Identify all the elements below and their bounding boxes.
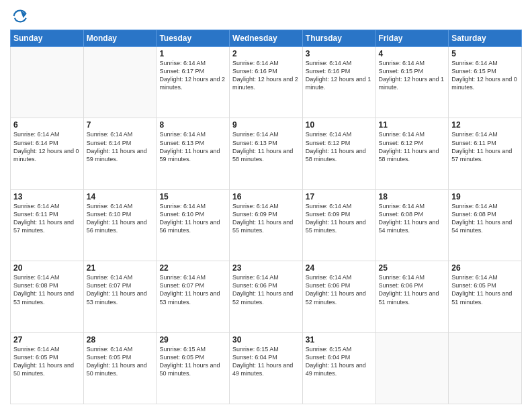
day-info: Sunrise: 6:14 AM Sunset: 6:09 PM Dayligh…	[306, 202, 373, 235]
calendar-cell: 4Sunrise: 6:14 AM Sunset: 6:15 PM Daylig…	[375, 47, 449, 118]
day-number: 27	[13, 335, 81, 345]
day-number: 12	[451, 120, 519, 130]
day-header-saturday: Saturday	[449, 30, 522, 47]
calendar-cell: 20Sunrise: 6:14 AM Sunset: 6:08 PM Dayli…	[11, 261, 84, 332]
day-number: 13	[13, 192, 81, 201]
day-info: Sunrise: 6:14 AM Sunset: 6:15 PM Dayligh…	[379, 59, 446, 92]
day-info: Sunrise: 6:14 AM Sunset: 6:09 PM Dayligh…	[232, 202, 300, 235]
calendar-cell: 28Sunrise: 6:14 AM Sunset: 6:05 PM Dayli…	[83, 332, 157, 404]
day-info: Sunrise: 6:14 AM Sunset: 6:05 PM Dayligh…	[87, 345, 154, 378]
calendar-cell: 24Sunrise: 6:14 AM Sunset: 6:06 PM Dayli…	[302, 261, 375, 332]
day-info: Sunrise: 6:14 AM Sunset: 6:08 PM Dayligh…	[13, 273, 81, 306]
page: SundayMondayTuesdayWednesdayThursdayFrid…	[0, 0, 532, 411]
day-info: Sunrise: 6:14 AM Sunset: 6:11 PM Dayligh…	[451, 130, 519, 163]
day-number: 23	[232, 263, 300, 273]
day-number: 5	[451, 49, 519, 58]
day-info: Sunrise: 6:15 AM Sunset: 6:05 PM Dayligh…	[159, 345, 226, 378]
calendar-cell	[11, 47, 84, 118]
day-number: 6	[13, 120, 81, 130]
day-info: Sunrise: 6:14 AM Sunset: 6:14 PM Dayligh…	[87, 130, 154, 163]
day-header-sunday: Sunday	[11, 30, 84, 47]
day-info: Sunrise: 6:14 AM Sunset: 6:07 PM Dayligh…	[87, 273, 154, 306]
calendar-cell: 3Sunrise: 6:14 AM Sunset: 6:16 PM Daylig…	[302, 47, 375, 118]
day-number: 4	[379, 49, 446, 58]
day-header-tuesday: Tuesday	[157, 30, 230, 47]
calendar-cell: 10Sunrise: 6:14 AM Sunset: 6:12 PM Dayli…	[302, 118, 375, 189]
day-number: 10	[306, 120, 373, 130]
day-number: 28	[87, 335, 154, 345]
day-number: 2	[232, 49, 300, 58]
day-number: 31	[306, 335, 373, 345]
day-number: 30	[232, 335, 300, 345]
calendar-cell: 27Sunrise: 6:14 AM Sunset: 6:05 PM Dayli…	[11, 332, 84, 404]
day-number: 19	[451, 192, 519, 201]
calendar-cell: 12Sunrise: 6:14 AM Sunset: 6:11 PM Dayli…	[449, 118, 522, 189]
day-number: 26	[451, 263, 519, 273]
calendar-cell: 14Sunrise: 6:14 AM Sunset: 6:10 PM Dayli…	[83, 189, 157, 261]
day-number: 8	[159, 120, 226, 130]
calendar-cell: 23Sunrise: 6:14 AM Sunset: 6:06 PM Dayli…	[230, 261, 303, 332]
calendar-week-row: 20Sunrise: 6:14 AM Sunset: 6:08 PM Dayli…	[11, 261, 522, 332]
day-info: Sunrise: 6:14 AM Sunset: 6:17 PM Dayligh…	[159, 59, 226, 92]
logo-icon	[10, 7, 29, 26]
day-info: Sunrise: 6:14 AM Sunset: 6:06 PM Dayligh…	[232, 273, 300, 306]
day-number: 9	[232, 120, 300, 130]
header	[10, 7, 522, 26]
calendar-cell: 22Sunrise: 6:14 AM Sunset: 6:07 PM Dayli…	[157, 261, 230, 332]
day-header-thursday: Thursday	[302, 30, 375, 47]
day-number: 20	[13, 263, 81, 273]
day-number: 18	[379, 192, 446, 201]
day-header-friday: Friday	[375, 30, 449, 47]
day-info: Sunrise: 6:14 AM Sunset: 6:14 PM Dayligh…	[13, 130, 81, 163]
calendar-cell: 26Sunrise: 6:14 AM Sunset: 6:05 PM Dayli…	[449, 261, 522, 332]
day-number: 25	[379, 263, 446, 273]
calendar-cell: 30Sunrise: 6:15 AM Sunset: 6:04 PM Dayli…	[230, 332, 303, 404]
calendar-cell: 19Sunrise: 6:14 AM Sunset: 6:08 PM Dayli…	[449, 189, 522, 261]
day-number: 1	[159, 49, 226, 58]
calendar-cell: 25Sunrise: 6:14 AM Sunset: 6:06 PM Dayli…	[375, 261, 449, 332]
calendar-cell: 31Sunrise: 6:15 AM Sunset: 6:04 PM Dayli…	[302, 332, 375, 404]
day-number: 15	[159, 192, 226, 201]
day-info: Sunrise: 6:14 AM Sunset: 6:10 PM Dayligh…	[87, 202, 154, 235]
day-info: Sunrise: 6:15 AM Sunset: 6:04 PM Dayligh…	[232, 345, 300, 378]
calendar-cell: 18Sunrise: 6:14 AM Sunset: 6:08 PM Dayli…	[375, 189, 449, 261]
calendar-cell: 16Sunrise: 6:14 AM Sunset: 6:09 PM Dayli…	[230, 189, 303, 261]
calendar-cell: 9Sunrise: 6:14 AM Sunset: 6:13 PM Daylig…	[230, 118, 303, 189]
day-info: Sunrise: 6:14 AM Sunset: 6:07 PM Dayligh…	[159, 273, 226, 306]
day-info: Sunrise: 6:14 AM Sunset: 6:06 PM Dayligh…	[379, 273, 446, 306]
day-info: Sunrise: 6:14 AM Sunset: 6:10 PM Dayligh…	[159, 202, 226, 235]
calendar-cell: 6Sunrise: 6:14 AM Sunset: 6:14 PM Daylig…	[11, 118, 84, 189]
calendar-cell	[449, 332, 522, 404]
calendar-week-row: 6Sunrise: 6:14 AM Sunset: 6:14 PM Daylig…	[11, 118, 522, 189]
day-number: 21	[87, 263, 154, 273]
calendar-cell	[375, 332, 449, 404]
day-info: Sunrise: 6:14 AM Sunset: 6:11 PM Dayligh…	[13, 202, 81, 235]
calendar-cell: 21Sunrise: 6:14 AM Sunset: 6:07 PM Dayli…	[83, 261, 157, 332]
day-info: Sunrise: 6:15 AM Sunset: 6:04 PM Dayligh…	[306, 345, 373, 378]
calendar-cell: 29Sunrise: 6:15 AM Sunset: 6:05 PM Dayli…	[157, 332, 230, 404]
day-number: 22	[159, 263, 226, 273]
day-number: 7	[87, 120, 154, 130]
day-number: 17	[306, 192, 373, 201]
day-header-wednesday: Wednesday	[230, 30, 303, 47]
day-number: 24	[306, 263, 373, 273]
day-number: 16	[232, 192, 300, 201]
calendar-table: SundayMondayTuesdayWednesdayThursdayFrid…	[10, 30, 522, 404]
calendar-cell: 17Sunrise: 6:14 AM Sunset: 6:09 PM Dayli…	[302, 189, 375, 261]
day-info: Sunrise: 6:14 AM Sunset: 6:08 PM Dayligh…	[451, 202, 519, 235]
calendar-week-row: 1Sunrise: 6:14 AM Sunset: 6:17 PM Daylig…	[11, 47, 522, 118]
calendar-cell: 13Sunrise: 6:14 AM Sunset: 6:11 PM Dayli…	[11, 189, 84, 261]
calendar-week-row: 13Sunrise: 6:14 AM Sunset: 6:11 PM Dayli…	[11, 189, 522, 261]
day-number: 11	[379, 120, 446, 130]
day-info: Sunrise: 6:14 AM Sunset: 6:08 PM Dayligh…	[379, 202, 446, 235]
day-info: Sunrise: 6:14 AM Sunset: 6:12 PM Dayligh…	[306, 130, 373, 163]
day-info: Sunrise: 6:14 AM Sunset: 6:12 PM Dayligh…	[379, 130, 446, 163]
calendar-cell: 11Sunrise: 6:14 AM Sunset: 6:12 PM Dayli…	[375, 118, 449, 189]
calendar-cell	[83, 47, 157, 118]
day-info: Sunrise: 6:14 AM Sunset: 6:16 PM Dayligh…	[306, 59, 373, 92]
day-info: Sunrise: 6:14 AM Sunset: 6:13 PM Dayligh…	[159, 130, 226, 163]
calendar-header-row: SundayMondayTuesdayWednesdayThursdayFrid…	[11, 30, 522, 47]
logo	[10, 7, 32, 26]
day-number: 29	[159, 335, 226, 345]
calendar-cell: 8Sunrise: 6:14 AM Sunset: 6:13 PM Daylig…	[157, 118, 230, 189]
